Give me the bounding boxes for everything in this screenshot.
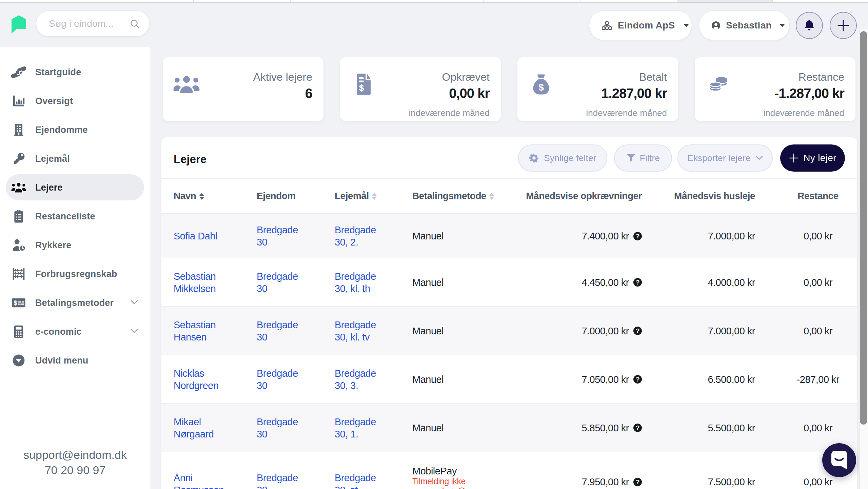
svg-text:$: $ <box>359 83 364 93</box>
svg-text:$: $ <box>14 299 17 306</box>
svg-text:$: $ <box>538 82 544 93</box>
